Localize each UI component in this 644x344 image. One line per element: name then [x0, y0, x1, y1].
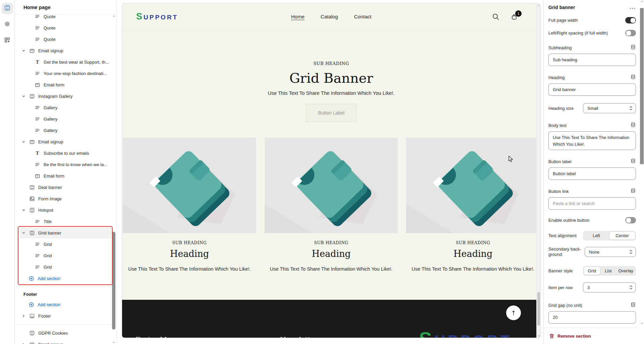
heading-input[interactable]: Grid banner: [548, 83, 636, 96]
settings-panel: Grid banner ... Full page width Left/Rig…: [543, 0, 644, 344]
chevron-down-icon[interactable]: [21, 48, 26, 53]
heading-size-select[interactable]: Small: [583, 103, 636, 113]
segment-option-grid[interactable]: Grid: [584, 267, 600, 275]
dynamic-source-icon[interactable]: [630, 158, 636, 165]
sections-tab-button[interactable]: [2, 3, 13, 14]
chevron-down-icon[interactable]: [21, 230, 26, 235]
tree-item-grid[interactable]: Grid: [15, 261, 116, 273]
tree-item-email-signup[interactable]: Email signup: [15, 45, 116, 56]
tree-item-title[interactable]: Title: [15, 216, 116, 227]
chevron-down-icon[interactable]: [21, 93, 26, 99]
tree-item-grid[interactable]: Grid: [15, 238, 116, 250]
svg-text:T: T: [36, 150, 39, 155]
dynamic-source-icon[interactable]: [630, 44, 636, 51]
item-per-row-select[interactable]: 3: [583, 282, 636, 292]
tree-item-add-section[interactable]: Add section: [15, 273, 116, 284]
scroll-to-top-button[interactable]: [506, 305, 521, 320]
tree-item-grid[interactable]: Grid: [15, 250, 116, 261]
footer-group-title: Footer: [15, 290, 116, 299]
full-page-width-toggle[interactable]: [625, 17, 636, 23]
tree-item-form-image[interactable]: Form Image: [15, 193, 116, 204]
grid-gap-input[interactable]: 20: [548, 311, 636, 324]
grid-card[interactable]: SUB HEADINGHeadingUse This Text To Share…: [265, 138, 398, 272]
tree-item-email-form[interactable]: Email form: [15, 170, 116, 182]
segment-option-list[interactable]: List: [600, 267, 616, 275]
chevron-down-icon[interactable]: [21, 207, 26, 213]
window-scrollbar[interactable]: ⌃ ⌄: [640, 0, 644, 344]
tree-item-gallery[interactable]: Gallery: [15, 102, 116, 113]
apps-button[interactable]: [2, 35, 13, 46]
tree-item-quote[interactable]: Quote: [15, 33, 116, 45]
segment-option-center[interactable]: Center: [609, 231, 635, 240]
preview-scrollbar-thumb[interactable]: [537, 292, 540, 326]
cart-icon[interactable]: 1: [511, 13, 518, 20]
sidebar-scrollbar-thumb[interactable]: [112, 232, 115, 330]
tree-item-be-the-first-to-know-when-we[interactable]: Be the first to know when we la...: [15, 159, 116, 170]
tree-item-label: Subscribe to our emails: [44, 151, 89, 156]
sidebar-scrollbar[interactable]: ⌃ ⌄: [112, 15, 116, 344]
scroll-up-caret[interactable]: ⌃: [537, 5, 541, 8]
dynamic-source-icon[interactable]: [630, 122, 636, 129]
tree-item-label: Instagram Gallery: [38, 94, 73, 99]
nav-link-catalog[interactable]: Catalog: [321, 14, 338, 19]
window-scrollbar-thumb[interactable]: [640, 8, 644, 164]
tree-item-gallery[interactable]: Gallery: [15, 113, 116, 125]
tree-item-label: Quote: [44, 37, 55, 42]
button-label-input[interactable]: Button label: [548, 167, 636, 180]
tree-item-email-form[interactable]: Email form: [15, 79, 116, 90]
text-alignment-label: Text alignment: [548, 233, 577, 238]
scroll-down-caret[interactable]: ⌄: [537, 333, 541, 337]
tree-item-quote[interactable]: Quote: [15, 15, 116, 22]
tree-item-footer[interactable]: Footer: [15, 310, 116, 322]
tree-item-grid-banner[interactable]: Grid banner: [19, 227, 112, 238]
grid-card[interactable]: SUB HEADINGHeadingUse This Text To Share…: [406, 138, 540, 272]
tree-item-instagram-gallery[interactable]: Instagram Gallery: [15, 90, 116, 102]
dynamic-source-icon[interactable]: [630, 188, 636, 195]
dynamic-source-icon[interactable]: [630, 74, 636, 81]
tree-item-gdpr-cookies[interactable]: GDPR Cookies: [15, 327, 116, 339]
newsletter-title: Newsletter: [280, 336, 318, 338]
store-logo[interactable]: SUPPORT: [136, 11, 178, 22]
remove-section-button[interactable]: Remove section: [544, 328, 644, 344]
search-icon[interactable]: [492, 13, 499, 20]
chevron-down-icon[interactable]: [21, 139, 26, 144]
tree-item-label: Email signup: [38, 139, 63, 144]
enable-outline-toggle[interactable]: [625, 217, 636, 223]
more-options-button[interactable]: ...: [630, 4, 636, 10]
segment-option-left[interactable]: Left: [584, 231, 609, 240]
scroll-up-caret[interactable]: ⌃: [640, 1, 644, 4]
grid-card[interactable]: SUB HEADINGHeadingUse This Text To Share…: [123, 138, 256, 272]
tree-item-add-section[interactable]: Add section: [15, 299, 116, 310]
tree-item-get-the-best-wear-at-support[interactable]: TGet the best wear at Support, th...: [15, 56, 116, 68]
full-page-width-label: Full page width: [548, 18, 578, 23]
tree-item-quote[interactable]: Quote: [15, 22, 116, 33]
tree-item-email-signup[interactable]: Email signup: [15, 339, 116, 344]
tree-item-gallery[interactable]: Gallery: [15, 125, 116, 136]
nav-link-contact[interactable]: Contact: [354, 14, 372, 19]
chevron-right-icon[interactable]: [21, 342, 26, 344]
footer-icon: [29, 313, 35, 319]
preview-scrollbar[interactable]: ⌃ ⌄: [536, 3, 540, 338]
button-link-input[interactable]: Paste a link or search: [548, 197, 636, 210]
tree-item-hotspot[interactable]: Hotspot: [15, 204, 116, 216]
chevron-right-icon[interactable]: [21, 313, 26, 319]
banner-button[interactable]: Button Label: [306, 104, 357, 122]
segment-option-overlay[interactable]: Overlay: [616, 267, 635, 275]
theme-settings-button[interactable]: [2, 19, 13, 30]
add-icon: [28, 275, 34, 281]
body-text-input[interactable]: Use This Text To Share The Information W…: [548, 131, 636, 150]
nav-link-home[interactable]: Home: [291, 14, 305, 19]
secondary-background-select[interactable]: None: [585, 247, 636, 257]
banner-heading: Grid Banner: [122, 71, 540, 85]
scroll-up-caret[interactable]: ⌃: [112, 15, 116, 19]
tree-item-email-signup[interactable]: Email signup: [15, 136, 116, 147]
lr-spacing-toggle[interactable]: [625, 30, 636, 36]
tree-item-deal-banner[interactable]: Deal banner: [15, 182, 116, 193]
left-icon-rail: [0, 0, 15, 344]
scroll-down-caret[interactable]: ⌄: [640, 321, 644, 324]
tree-item-your-one-stop-fashion-destin[interactable]: Your one-stop fashion destinati...: [15, 68, 116, 79]
tree-item-subscribe-to-our-emails[interactable]: TSubscribe to our emails: [15, 147, 116, 159]
scroll-down-caret[interactable]: ⌄: [112, 340, 116, 343]
dynamic-source-icon[interactable]: [630, 302, 636, 308]
subheading-input[interactable]: Sub heading: [548, 54, 636, 66]
